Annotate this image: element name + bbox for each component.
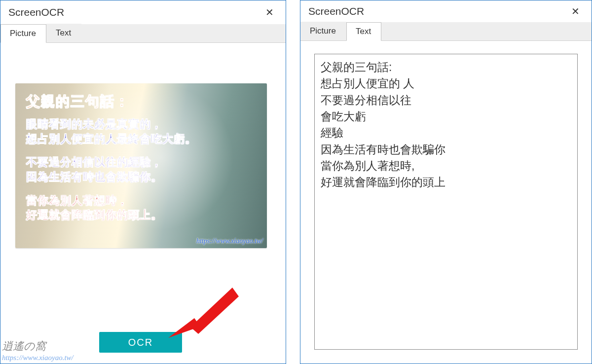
svg-marker-1	[190, 288, 239, 334]
tab-row: Picture Text	[300, 22, 592, 41]
image-paragraph-3: 當你為別人著想時， 好運就會降臨到你的頭上。	[26, 193, 257, 222]
window-title: ScreenOCR	[8, 6, 64, 18]
image-paragraph-1: 眼睛看到的未必是真實的， 想占別人便宜的人最終會吃大虧。	[26, 117, 257, 146]
ocr-button[interactable]: OCR	[99, 332, 182, 353]
tab-picture[interactable]: Picture	[0, 24, 46, 43]
tab-row: Picture Text	[0, 24, 286, 43]
picture-panel: 父親的三句話： 眼睛看到的未必是真實的， 想占別人便宜的人最終會吃大虧。 不要過…	[0, 43, 286, 364]
image-heading: 父親的三句話：	[26, 92, 257, 111]
ocr-window-text: ScreenOCR ✕ Picture Text 父親的三句話: 想占別人便宜的…	[300, 0, 592, 364]
tab-text[interactable]: Text	[346, 22, 381, 41]
image-paragraph-2: 不要過分相信以往的經驗， 因為生活有時也會欺騙你。	[26, 155, 257, 184]
image-watermark-url: https://www.xiaoyao.tw/	[196, 237, 263, 245]
titlebar: ScreenOCR ✕	[0, 0, 286, 24]
tab-picture[interactable]: Picture	[300, 22, 346, 40]
window-title: ScreenOCR	[308, 5, 364, 17]
tab-text[interactable]: Text	[46, 24, 81, 42]
captured-image: 父親的三句話： 眼睛看到的未必是真實的， 想占別人便宜的人最終會吃大虧。 不要過…	[15, 83, 267, 248]
titlebar: ScreenOCR ✕	[300, 0, 592, 22]
ocr-output-textbox[interactable]: 父親的三句話: 想占別人便宜的 人 不要過分相信以往 會吃大虧 經驗 因為生活有…	[314, 54, 578, 350]
close-icon[interactable]: ✕	[567, 3, 584, 19]
ocr-window-picture: ScreenOCR ✕ Picture Text 父親的三句話： 眼睛看到的未必…	[0, 0, 286, 364]
close-icon[interactable]: ✕	[261, 4, 278, 20]
text-panel: 父親的三句話: 想占別人便宜的 人 不要過分相信以往 會吃大虧 經驗 因為生活有…	[300, 41, 592, 364]
